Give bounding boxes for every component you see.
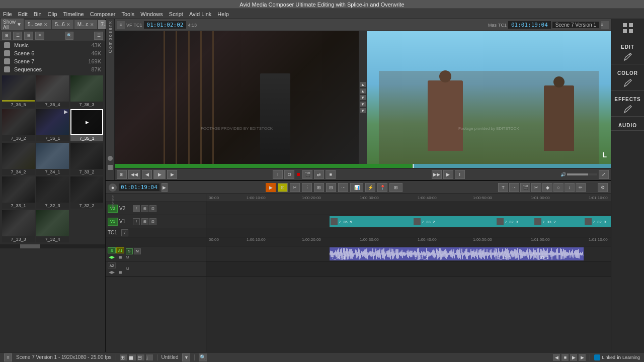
menu-script[interactable]: Script <box>169 11 183 17</box>
tl-settings-btn[interactable]: ⚙ <box>598 183 608 192</box>
thumb-7_35_1[interactable]: ▶ 7_35_1 <box>70 109 103 141</box>
menu-avid-link[interactable]: Avid Link <box>189 11 211 17</box>
tl-overwrite-btn[interactable]: ◆ <box>542 183 552 192</box>
v1-clip-7_32_3[interactable]: 7_32_3 <box>496 216 533 227</box>
status-play[interactable]: ▶ <box>570 354 577 361</box>
status-search[interactable]: 🔍 <box>199 353 207 361</box>
audio-slider[interactable] <box>567 173 597 175</box>
tl-tc-btn[interactable]: T <box>498 183 508 192</box>
tl-razor-btn[interactable]: ⋮ <box>302 183 312 192</box>
a1-clip-7_36_5[interactable]: 7_36_5 <box>330 247 413 260</box>
scroll-mid-arrow[interactable]: ▲ <box>360 88 366 94</box>
tl-extract-btn[interactable]: ✂ <box>290 183 300 192</box>
tl-pen-btn[interactable]: ✏ <box>576 183 586 192</box>
track-v1[interactable]: 7_36_5 7_33_2 7_32_3 7_33_2 <box>206 215 611 228</box>
bin-horizontal-scrollbar[interactable] <box>0 244 105 248</box>
tl-segment2-btn[interactable]: ⊟ <box>326 183 336 192</box>
bin-tab-2-close[interactable]: ✕ <box>90 22 94 27</box>
menu-help[interactable]: Help <box>217 11 229 17</box>
transport-play-btn[interactable]: ▶ <box>153 170 166 179</box>
status-icon-3[interactable]: ⊟ <box>137 354 144 360</box>
bin-item-scene6[interactable]: Scene 6 46K <box>0 49 105 57</box>
transport-mark-out[interactable]: O <box>284 170 294 179</box>
v1-btn1[interactable]: ⊞ <box>141 218 148 225</box>
thumb-7_34_2[interactable]: 7_34_2 <box>2 143 35 175</box>
status-stop[interactable]: ■ <box>561 354 569 361</box>
bin-item-sequences[interactable]: Sequences 87K <box>0 65 105 73</box>
v1-clip-7_33_2b[interactable]: 7_33_2 <box>533 216 584 227</box>
a2-enabled-btn[interactable]: A2 <box>108 262 116 268</box>
thumb-7_36_1[interactable]: 7_36_1 <box>36 109 69 141</box>
bin-tab-2[interactable]: M...c ✕ <box>74 20 97 29</box>
bin-tab-1[interactable]: 5...6 ✕ <box>52 20 73 29</box>
tl-segment-btn[interactable]: ▶ <box>266 183 276 192</box>
tl-audio-btn[interactable]: 📊 <box>350 183 363 192</box>
bin-view-btn-3[interactable]: ⊟ <box>24 32 33 40</box>
transport-back-btn[interactable]: ◀ <box>142 170 152 179</box>
transport-stepfwd-btn[interactable]: ▶▶ <box>432 170 442 179</box>
transport-play2-btn[interactable]: ▶ <box>443 170 453 179</box>
bin-view-btn-2[interactable]: ☰ <box>13 32 22 40</box>
thumb-7_33_2a[interactable]: 7_33_2 <box>70 143 103 175</box>
v1-clip-7_33_2[interactable]: 7_33_2 <box>413 216 496 227</box>
menu-edit[interactable]: Edit <box>18 11 28 17</box>
v1-clip-7_32_3b[interactable]: 7_32_3 <box>584 216 611 227</box>
v2-btn2[interactable]: ⊡ <box>149 205 156 212</box>
a1-enabled-btn2[interactable]: A1 <box>116 247 124 253</box>
thumb-7_36_4[interactable]: 7_36_4 <box>36 75 69 108</box>
tl-lift-btn[interactable]: ⊡ <box>278 183 288 192</box>
viewer-progress-bar[interactable] <box>115 164 611 168</box>
menu-tools[interactable]: Tools <box>121 11 134 17</box>
transport-grid-btn[interactable]: ⊞ <box>117 170 127 179</box>
v1-sync-btn[interactable]: / <box>133 218 140 225</box>
status-prev[interactable]: ◀ <box>553 354 560 361</box>
thumb-7_33_3[interactable]: 7_33_3 <box>2 210 35 242</box>
bin-scrollbar-thumb[interactable] <box>20 244 40 248</box>
scroll-down-arrow2[interactable]: ▼ <box>360 102 366 107</box>
bin-tab-1-close[interactable]: ✕ <box>66 22 70 27</box>
transport-fwd-btn[interactable]: ▶ <box>167 170 177 179</box>
a1-solo-btn[interactable]: S <box>126 248 133 254</box>
bin-extra-menu[interactable]: ☰ <box>94 32 103 40</box>
transport-stepback-btn[interactable]: ◀◀ <box>128 170 140 179</box>
tl-marker-btn[interactable]: 📍 <box>377 183 387 192</box>
track-a2[interactable] <box>206 261 611 277</box>
a1-clip-7_33_2b[interactable]: 7_33_2 <box>533 247 584 260</box>
record-monitor-menu[interactable]: ≡ <box>601 21 609 29</box>
menu-windows[interactable]: Windows <box>140 11 163 17</box>
v2-btn1[interactable]: ⊞ <box>141 205 148 212</box>
tl-arrow-btn[interactable]: ↕ <box>565 183 575 192</box>
menu-composer[interactable]: Composer <box>90 11 116 17</box>
a1-enabled-btn[interactable]: S <box>108 247 116 253</box>
status-icon-4[interactable]: ↓ <box>146 354 153 360</box>
status-icon-2[interactable]: ◼ <box>129 354 136 360</box>
transport-swap-btn[interactable]: ⇄ <box>314 170 324 179</box>
thumb-7_36_3[interactable]: 7_36_3 <box>70 75 103 108</box>
transport-mark-in[interactable]: I <box>273 170 283 179</box>
source-monitor-menu[interactable]: ≡ <box>117 21 125 29</box>
tl-clapboard-btn[interactable]: 🎬 <box>520 183 530 192</box>
thumb-7_34_1[interactable]: 7_34_1 <box>36 143 69 175</box>
transport-end-btn[interactable]: I <box>455 170 465 179</box>
menu-clip[interactable]: Clip <box>48 11 57 17</box>
transport-stop-btn[interactable]: ■ <box>326 170 336 179</box>
v2-sync-btn[interactable]: / <box>133 205 140 212</box>
scroll-down-arrow1[interactable]: ▼ <box>360 95 366 100</box>
timeline-ruler[interactable]: 00:00 1:00:10:00 1:00:20:00 1:00:30:00 1… <box>206 194 611 202</box>
scene-version-label[interactable]: Scene 7 Version 1 <box>552 22 599 28</box>
show-all-dropdown[interactable]: Show All ▼ <box>1 19 24 31</box>
status-dropdown[interactable]: ▼ <box>182 353 190 361</box>
menu-timeline[interactable]: Timeline <box>63 11 84 17</box>
a1-clip-7_33_2[interactable]: 7_33_2 <box>413 247 496 260</box>
menu-file[interactable]: File <box>3 11 12 17</box>
bin-view-btn-1[interactable]: ⊞ <box>2 32 11 40</box>
tl-effect-btn[interactable]: ⚡ <box>365 183 375 192</box>
transport-clip-btn[interactable]: 🎬 <box>302 170 312 179</box>
scroll-down-arrow3[interactable]: ▼ <box>360 108 366 113</box>
a1-mute-btn[interactable]: M <box>134 248 141 254</box>
thumb-7_36_5[interactable]: 7_36_5 <box>2 75 35 108</box>
status-hamburger[interactable]: ≡ <box>4 353 12 361</box>
bin-tab-0-close[interactable]: ✕ <box>44 22 48 27</box>
bin-item-music[interactable]: Music 43K <box>0 41 105 49</box>
track-v2[interactable]: 7_35 <box>206 202 611 215</box>
